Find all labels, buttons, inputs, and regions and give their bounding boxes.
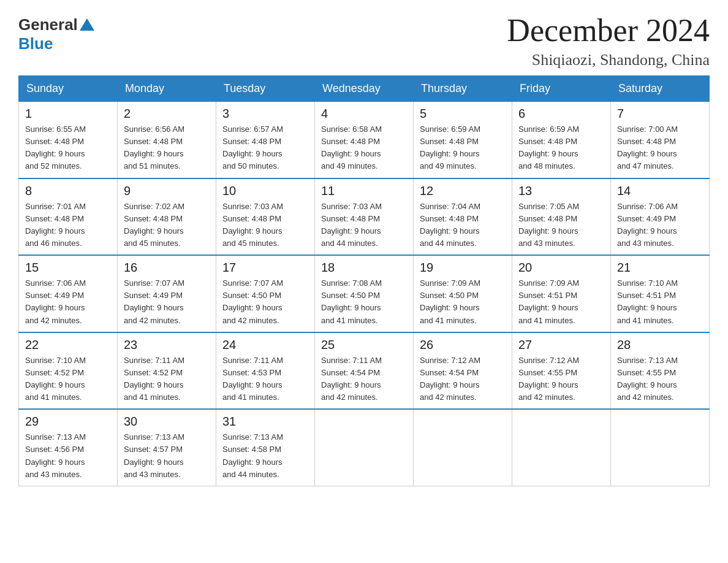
day-number: 4	[321, 107, 407, 121]
day-number: 10	[222, 184, 308, 198]
day-number: 15	[25, 261, 111, 275]
table-row: 27 Sunrise: 7:12 AM Sunset: 4:55 PM Dayl…	[512, 332, 611, 410]
day-number: 29	[25, 415, 111, 429]
day-number: 19	[420, 261, 506, 275]
day-info: Sunrise: 7:13 AM Sunset: 4:58 PM Dayligh…	[222, 431, 308, 481]
col-tuesday: Tuesday	[216, 76, 315, 102]
title-section: December 2024 Shiqiaozi, Shandong, China	[507, 12, 710, 69]
table-row: 4 Sunrise: 6:58 AM Sunset: 4:48 PM Dayli…	[315, 102, 414, 178]
day-info: Sunrise: 7:00 AM Sunset: 4:48 PM Dayligh…	[617, 123, 703, 173]
calendar-week-row: 29 Sunrise: 7:13 AM Sunset: 4:56 PM Dayl…	[19, 409, 710, 486]
day-info: Sunrise: 7:04 AM Sunset: 4:48 PM Dayligh…	[420, 201, 506, 250]
table-row	[414, 409, 512, 486]
day-number: 22	[25, 338, 111, 352]
table-row: 6 Sunrise: 6:59 AM Sunset: 4:48 PM Dayli…	[512, 102, 611, 178]
logo: General Blue	[18, 12, 94, 53]
table-row: 31 Sunrise: 7:13 AM Sunset: 4:58 PM Dayl…	[216, 409, 315, 486]
table-row: 8 Sunrise: 7:01 AM Sunset: 4:48 PM Dayli…	[19, 178, 118, 256]
logo-blue-part	[78, 18, 94, 32]
table-row: 18 Sunrise: 7:08 AM Sunset: 4:50 PM Dayl…	[315, 255, 414, 332]
day-info: Sunrise: 7:07 AM Sunset: 4:49 PM Dayligh…	[124, 277, 210, 327]
table-row: 25 Sunrise: 7:11 AM Sunset: 4:54 PM Dayl…	[315, 332, 414, 410]
table-row	[315, 409, 414, 486]
day-number: 7	[617, 107, 703, 121]
table-row: 21 Sunrise: 7:10 AM Sunset: 4:51 PM Dayl…	[611, 255, 710, 332]
logo-blue-text: Blue	[18, 34, 53, 53]
page-header: General Blue December 2024 Shiqiaozi, Sh…	[18, 12, 710, 69]
table-row: 10 Sunrise: 7:03 AM Sunset: 4:48 PM Dayl…	[216, 178, 315, 256]
day-info: Sunrise: 7:10 AM Sunset: 4:51 PM Dayligh…	[617, 277, 703, 327]
day-number: 5	[420, 107, 506, 121]
table-row	[512, 409, 611, 486]
table-row: 22 Sunrise: 7:10 AM Sunset: 4:52 PM Dayl…	[19, 332, 118, 410]
table-row: 5 Sunrise: 6:59 AM Sunset: 4:48 PM Dayli…	[414, 102, 512, 178]
day-number: 26	[420, 338, 506, 352]
col-monday: Monday	[118, 76, 216, 102]
table-row: 14 Sunrise: 7:06 AM Sunset: 4:49 PM Dayl…	[611, 178, 710, 256]
day-info: Sunrise: 7:06 AM Sunset: 4:49 PM Dayligh…	[617, 201, 703, 250]
day-number: 18	[321, 261, 407, 275]
day-info: Sunrise: 6:56 AM Sunset: 4:48 PM Dayligh…	[124, 123, 210, 173]
day-info: Sunrise: 7:13 AM Sunset: 4:57 PM Dayligh…	[124, 431, 210, 481]
table-row: 3 Sunrise: 6:57 AM Sunset: 4:48 PM Dayli…	[216, 102, 315, 178]
table-row: 7 Sunrise: 7:00 AM Sunset: 4:48 PM Dayli…	[611, 102, 710, 178]
calendar-week-row: 1 Sunrise: 6:55 AM Sunset: 4:48 PM Dayli…	[19, 102, 710, 178]
col-wednesday: Wednesday	[315, 76, 414, 102]
col-friday: Friday	[512, 76, 611, 102]
day-number: 24	[222, 338, 308, 352]
day-info: Sunrise: 7:01 AM Sunset: 4:48 PM Dayligh…	[25, 201, 111, 250]
day-info: Sunrise: 7:05 AM Sunset: 4:48 PM Dayligh…	[518, 201, 604, 250]
day-info: Sunrise: 7:09 AM Sunset: 4:51 PM Dayligh…	[518, 277, 604, 327]
day-number: 21	[617, 261, 703, 275]
day-number: 1	[25, 107, 111, 121]
table-row: 15 Sunrise: 7:06 AM Sunset: 4:49 PM Dayl…	[19, 255, 118, 332]
day-info: Sunrise: 7:13 AM Sunset: 4:56 PM Dayligh…	[25, 431, 111, 481]
table-row: 2 Sunrise: 6:56 AM Sunset: 4:48 PM Dayli…	[118, 102, 216, 178]
day-number: 23	[124, 338, 210, 352]
table-row	[611, 409, 710, 486]
day-number: 30	[124, 415, 210, 429]
table-row: 16 Sunrise: 7:07 AM Sunset: 4:49 PM Dayl…	[118, 255, 216, 332]
calendar-week-row: 22 Sunrise: 7:10 AM Sunset: 4:52 PM Dayl…	[19, 332, 710, 410]
day-number: 11	[321, 184, 407, 198]
day-number: 20	[518, 261, 604, 275]
day-number: 28	[617, 338, 703, 352]
table-row: 11 Sunrise: 7:03 AM Sunset: 4:48 PM Dayl…	[315, 178, 414, 256]
table-row: 13 Sunrise: 7:05 AM Sunset: 4:48 PM Dayl…	[512, 178, 611, 256]
day-info: Sunrise: 7:12 AM Sunset: 4:54 PM Dayligh…	[420, 354, 506, 404]
day-info: Sunrise: 7:12 AM Sunset: 4:55 PM Dayligh…	[518, 354, 604, 404]
table-row: 1 Sunrise: 6:55 AM Sunset: 4:48 PM Dayli…	[19, 102, 118, 178]
day-number: 3	[222, 107, 308, 121]
calendar-table: Sunday Monday Tuesday Wednesday Thursday…	[18, 75, 710, 486]
day-info: Sunrise: 6:59 AM Sunset: 4:48 PM Dayligh…	[420, 123, 506, 173]
day-info: Sunrise: 7:11 AM Sunset: 4:52 PM Dayligh…	[124, 354, 210, 404]
day-info: Sunrise: 7:11 AM Sunset: 4:54 PM Dayligh…	[321, 354, 407, 404]
logo-triangle-icon	[80, 18, 94, 31]
table-row: 20 Sunrise: 7:09 AM Sunset: 4:51 PM Dayl…	[512, 255, 611, 332]
header-row: Sunday Monday Tuesday Wednesday Thursday…	[19, 76, 710, 102]
day-info: Sunrise: 7:07 AM Sunset: 4:50 PM Dayligh…	[222, 277, 308, 327]
day-info: Sunrise: 6:59 AM Sunset: 4:48 PM Dayligh…	[518, 123, 604, 173]
day-number: 17	[222, 261, 308, 275]
day-info: Sunrise: 7:08 AM Sunset: 4:50 PM Dayligh…	[321, 277, 407, 327]
day-info: Sunrise: 7:03 AM Sunset: 4:48 PM Dayligh…	[321, 201, 407, 250]
day-info: Sunrise: 7:09 AM Sunset: 4:50 PM Dayligh…	[420, 277, 506, 327]
table-row: 29 Sunrise: 7:13 AM Sunset: 4:56 PM Dayl…	[19, 409, 118, 486]
day-number: 13	[518, 184, 604, 198]
day-info: Sunrise: 7:11 AM Sunset: 4:53 PM Dayligh…	[222, 354, 308, 404]
table-row: 23 Sunrise: 7:11 AM Sunset: 4:52 PM Dayl…	[118, 332, 216, 410]
table-row: 28 Sunrise: 7:13 AM Sunset: 4:55 PM Dayl…	[611, 332, 710, 410]
calendar-week-row: 8 Sunrise: 7:01 AM Sunset: 4:48 PM Dayli…	[19, 178, 710, 256]
day-info: Sunrise: 7:10 AM Sunset: 4:52 PM Dayligh…	[25, 354, 111, 404]
day-info: Sunrise: 7:06 AM Sunset: 4:49 PM Dayligh…	[25, 277, 111, 327]
logo-general-text: General	[18, 15, 78, 34]
calendar-body: 1 Sunrise: 6:55 AM Sunset: 4:48 PM Dayli…	[19, 102, 710, 486]
table-row: 9 Sunrise: 7:02 AM Sunset: 4:48 PM Dayli…	[118, 178, 216, 256]
day-info: Sunrise: 6:57 AM Sunset: 4:48 PM Dayligh…	[222, 123, 308, 173]
table-row: 17 Sunrise: 7:07 AM Sunset: 4:50 PM Dayl…	[216, 255, 315, 332]
col-saturday: Saturday	[611, 76, 710, 102]
day-info: Sunrise: 7:03 AM Sunset: 4:48 PM Dayligh…	[222, 201, 308, 250]
day-number: 9	[124, 184, 210, 198]
table-row: 30 Sunrise: 7:13 AM Sunset: 4:57 PM Dayl…	[118, 409, 216, 486]
day-number: 12	[420, 184, 506, 198]
